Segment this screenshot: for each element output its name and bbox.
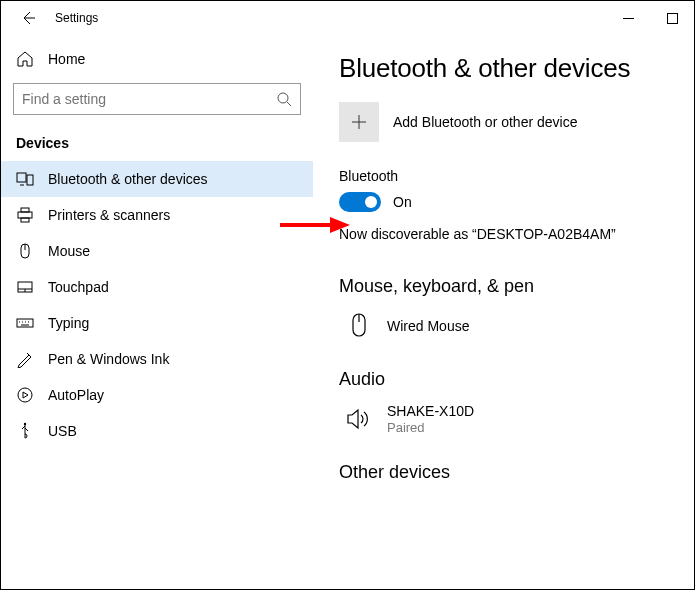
search-input[interactable] xyxy=(22,91,276,107)
svg-point-10 xyxy=(18,388,32,402)
pen-icon xyxy=(16,350,34,368)
search-icon xyxy=(276,91,292,107)
touchpad-icon xyxy=(16,278,34,296)
maximize-button[interactable] xyxy=(650,3,694,33)
usb-icon xyxy=(16,422,34,440)
home-label: Home xyxy=(48,51,85,67)
nav-item-printers[interactable]: Printers & scanners xyxy=(1,197,313,233)
search-box[interactable] xyxy=(13,83,301,115)
add-device-button[interactable] xyxy=(339,102,379,142)
speaker-icon xyxy=(346,407,372,431)
device-name: Wired Mouse xyxy=(387,317,469,335)
device-name: SHAKE-X10D xyxy=(387,402,474,420)
minimize-icon xyxy=(623,13,634,24)
svg-rect-5 xyxy=(21,208,29,212)
nav-label: Bluetooth & other devices xyxy=(48,171,208,187)
svg-point-1 xyxy=(278,93,288,103)
discoverable-text: Now discoverable as “DESKTOP-A02B4AM” xyxy=(339,226,668,242)
home-icon xyxy=(16,50,34,68)
device-audio[interactable]: SHAKE-X10D Paired xyxy=(339,402,668,436)
section-other-header: Other devices xyxy=(339,462,668,483)
nav-item-typing[interactable]: Typing xyxy=(1,305,313,341)
content: Bluetooth & other devices Add Bluetooth … xyxy=(313,35,694,589)
mouse-icon xyxy=(349,312,369,340)
section-mouse-header: Mouse, keyboard, & pen xyxy=(339,276,668,297)
devices-icon xyxy=(16,170,34,188)
back-arrow-icon xyxy=(20,10,36,26)
nav-label: Pen & Windows Ink xyxy=(48,351,169,367)
bluetooth-label: Bluetooth xyxy=(339,168,668,184)
group-label: Devices xyxy=(1,129,313,161)
svg-rect-3 xyxy=(27,175,33,185)
svg-rect-0 xyxy=(667,13,677,23)
home-nav[interactable]: Home xyxy=(1,41,313,77)
bluetooth-toggle[interactable] xyxy=(339,192,381,212)
keyboard-icon xyxy=(16,314,34,332)
back-button[interactable] xyxy=(13,3,43,33)
plus-icon xyxy=(350,113,368,131)
add-device-label: Add Bluetooth or other device xyxy=(393,114,577,130)
nav-label: Typing xyxy=(48,315,89,331)
nav-label: Touchpad xyxy=(48,279,109,295)
nav-item-autoplay[interactable]: AutoPlay xyxy=(1,377,313,413)
titlebar: Settings xyxy=(1,1,694,35)
nav-label: Mouse xyxy=(48,243,90,259)
mouse-icon xyxy=(16,242,34,260)
toggle-knob xyxy=(365,196,377,208)
svg-rect-9 xyxy=(17,319,33,327)
svg-point-11 xyxy=(24,423,26,425)
autoplay-icon xyxy=(16,386,34,404)
nav-label: USB xyxy=(48,423,77,439)
section-audio-header: Audio xyxy=(339,369,668,390)
nav-label: Printers & scanners xyxy=(48,207,170,223)
printer-icon xyxy=(16,206,34,224)
nav-item-touchpad[interactable]: Touchpad xyxy=(1,269,313,305)
svg-rect-4 xyxy=(18,212,32,218)
window-title: Settings xyxy=(55,11,98,25)
nav-item-bluetooth[interactable]: Bluetooth & other devices xyxy=(1,161,313,197)
page-title: Bluetooth & other devices xyxy=(339,53,668,84)
nav-item-usb[interactable]: USB xyxy=(1,413,313,449)
device-wired-mouse[interactable]: Wired Mouse xyxy=(339,309,668,343)
device-status: Paired xyxy=(387,420,474,436)
nav-item-pen[interactable]: Pen & Windows Ink xyxy=(1,341,313,377)
maximize-icon xyxy=(667,13,678,24)
minimize-button[interactable] xyxy=(606,3,650,33)
svg-rect-6 xyxy=(21,218,29,222)
svg-rect-2 xyxy=(17,173,26,182)
bluetooth-state: On xyxy=(393,194,412,210)
sidebar: Home Devices Bluetooth & other devices P… xyxy=(1,35,313,589)
nav-item-mouse[interactable]: Mouse xyxy=(1,233,313,269)
nav-label: AutoPlay xyxy=(48,387,104,403)
add-device-row[interactable]: Add Bluetooth or other device xyxy=(339,102,668,142)
